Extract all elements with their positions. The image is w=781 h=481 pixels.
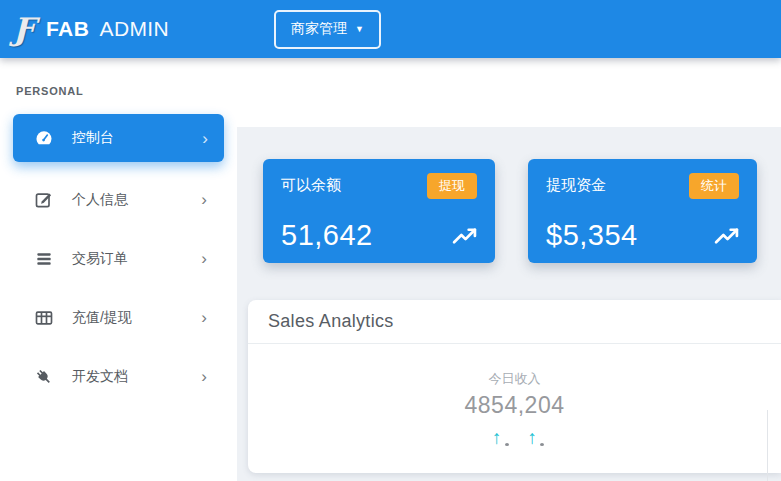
chevron-right-icon: › <box>201 191 207 208</box>
chevron-right-icon: › <box>201 368 207 385</box>
speedometer-icon <box>34 128 54 148</box>
up-arrow-icon: ↑ <box>528 428 538 447</box>
hamburger-icon[interactable] <box>251 25 255 33</box>
sidebar-item-label: 充值/提现 <box>72 309 132 327</box>
table-icon <box>34 308 54 328</box>
sales-analytics-body: 今日收入 4854,204 ↑ ↑ <box>248 344 781 473</box>
plug-icon <box>34 367 54 387</box>
sidebar-item-recharge-withdraw[interactable]: 充值/提现 › <box>0 288 237 347</box>
main-content: 可以余额 提现 51,642 提现资金 统计 $5,354 <box>237 58 781 481</box>
sidebar-item-dashboard[interactable]: 控制台 › <box>13 114 224 162</box>
sidebar-item-docs[interactable]: 开发文档 › <box>0 347 237 406</box>
sidebar: PERSONAL 控制台 › 个人信息 › 交易订单 › <box>0 58 237 481</box>
trending-up-icon <box>452 225 477 250</box>
content-header-strip <box>237 58 781 127</box>
edit-icon <box>34 190 54 210</box>
balance-card: 可以余额 提现 51,642 <box>263 159 495 263</box>
brand-title: FAB ADMIN <box>46 17 169 41</box>
statistics-badge-button[interactable]: 统计 <box>689 173 739 199</box>
sidebar-item-orders[interactable]: 交易订单 › <box>0 229 237 288</box>
today-income-value: 4854,204 <box>248 392 781 419</box>
sidebar-nav: 控制台 › 个人信息 › 交易订单 › 充值/提现 › <box>0 114 237 406</box>
sales-analytics-title: Sales Analytics <box>248 300 781 344</box>
caret-down-icon: ▼ <box>355 25 364 34</box>
merchant-menu-label: 商家管理 <box>291 20 347 38</box>
brand-title-light: ADMIN <box>99 17 169 40</box>
balance-card-title: 可以余额 <box>281 173 341 195</box>
withdraw-funds-card: 提现资金 统计 $5,354 <box>528 159 757 263</box>
sidebar-section-label: PERSONAL <box>0 58 237 97</box>
trending-up-icon <box>714 225 739 250</box>
balance-value: 51,642 <box>281 221 373 250</box>
list-icon <box>34 249 54 269</box>
topbar: Ƒ FAB ADMIN 商家管理 ▼ <box>0 0 781 58</box>
merchant-menu-button[interactable]: 商家管理 ▼ <box>274 10 381 49</box>
sales-analytics-card: Sales Analytics 今日收入 4854,204 ↑ ↑ <box>248 300 781 473</box>
sidebar-item-profile[interactable]: 个人信息 › <box>0 170 237 229</box>
withdraw-funds-card-title: 提现资金 <box>546 173 606 195</box>
withdraw-badge-button[interactable]: 提现 <box>427 173 477 199</box>
chevron-right-icon: › <box>201 309 207 326</box>
sidebar-item-label: 个人信息 <box>72 191 128 209</box>
withdraw-funds-value: $5,354 <box>546 221 638 250</box>
stat-cards-row: 可以余额 提现 51,642 提现资金 统计 $5,354 <box>237 127 781 263</box>
trend-arrows: ↑ ↑ <box>248 428 781 447</box>
sidebar-item-label: 控制台 <box>72 129 114 147</box>
fab-logo-icon: Ƒ <box>13 14 35 45</box>
chevron-right-icon: › <box>201 250 207 267</box>
brand-title-bold: FAB <box>46 17 89 40</box>
up-arrow-icon: ↑ <box>492 428 502 447</box>
today-income-label: 今日收入 <box>248 370 781 388</box>
brand-logo[interactable]: Ƒ FAB ADMIN <box>0 14 237 45</box>
sidebar-item-label: 开发文档 <box>72 368 128 386</box>
chart-divider-line <box>767 410 768 481</box>
today-income-stat: 今日收入 4854,204 ↑ ↑ <box>248 370 781 447</box>
sidebar-item-label: 交易订单 <box>72 250 128 268</box>
chevron-right-icon: › <box>202 130 208 147</box>
